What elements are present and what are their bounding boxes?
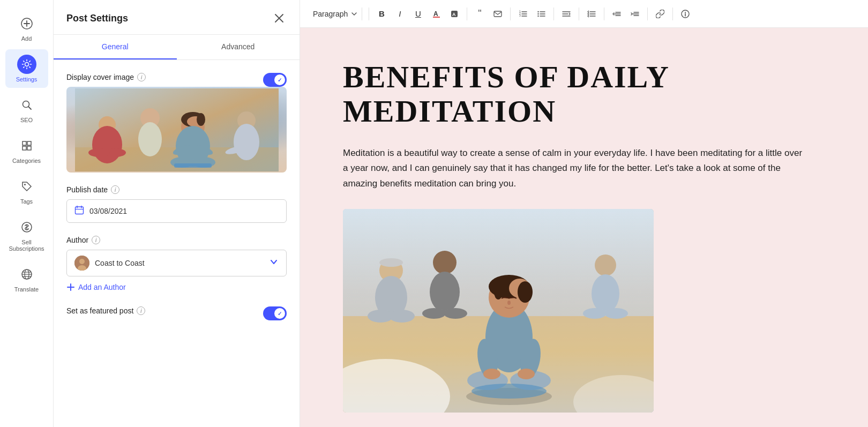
svg-point-96: [472, 384, 547, 399]
publish-date-field: Publish date i 03/08/2021: [66, 185, 287, 223]
gear-icon: [17, 55, 36, 74]
article-body[interactable]: Meditation is a beautiful way to create …: [343, 146, 804, 192]
sidebar-item-tags-label: Tags: [20, 198, 33, 205]
svg-point-90: [592, 274, 619, 313]
display-cover-image-field: Display cover image i ✓: [66, 73, 287, 173]
settings-panel: Post Settings General Advanced Display c…: [54, 0, 300, 427]
indent-increase-button[interactable]: [627, 6, 643, 22]
date-input[interactable]: 03/08/2021: [89, 207, 279, 215]
globe-icon: [17, 265, 36, 284]
main-content: Paragraph B I U A A ": [300, 0, 868, 427]
featured-post-label: Set as featured post i: [66, 306, 145, 315]
sidebar-item-add-label: Add: [21, 35, 32, 42]
featured-toggle-check-icon: ✓: [278, 311, 282, 317]
italic-button[interactable]: I: [392, 6, 408, 22]
cover-image-toggle[interactable]: ✓: [263, 73, 287, 87]
cover-image-svg: [75, 88, 279, 171]
toolbar-divider-6: [604, 8, 604, 20]
cover-image-row: Display cover image i ✓: [66, 73, 287, 87]
svg-text:A: A: [433, 10, 438, 18]
author-name: Coast to Coast: [95, 259, 145, 267]
calendar-icon: [74, 205, 84, 217]
underline-button[interactable]: U: [410, 6, 426, 22]
plus-icon: [17, 14, 36, 33]
svg-point-61: [538, 15, 539, 16]
author-info-icon[interactable]: i: [92, 236, 100, 244]
tab-advanced[interactable]: Advanced: [177, 35, 300, 59]
svg-point-76: [685, 12, 686, 13]
link-button[interactable]: [652, 6, 668, 22]
highlight-button[interactable]: A: [446, 6, 462, 22]
date-input-wrapper[interactable]: 03/08/2021: [66, 199, 287, 223]
svg-point-85: [433, 251, 457, 274]
svg-point-81: [379, 258, 403, 267]
sidebar-item-settings[interactable]: Settings: [5, 49, 48, 88]
svg-point-88: [444, 308, 467, 319]
blockquote-button[interactable]: ": [472, 6, 488, 22]
add-author-button[interactable]: Add an Author: [66, 281, 126, 294]
svg-point-60: [538, 13, 539, 14]
svg-point-103: [494, 284, 503, 299]
sidebar-item-categories-label: Categories: [12, 158, 41, 164]
svg-text:3: 3: [519, 14, 521, 17]
sidebar-item-add[interactable]: Add: [5, 9, 48, 47]
svg-point-41: [79, 259, 85, 264]
featured-post-info-icon[interactable]: i: [137, 306, 145, 315]
svg-line-5: [28, 107, 31, 109]
email-button[interactable]: [490, 6, 506, 22]
svg-point-89: [595, 254, 616, 276]
svg-point-104: [507, 301, 511, 305]
svg-point-86: [430, 272, 460, 312]
line-height-button[interactable]: [583, 6, 600, 22]
sidebar-item-sell-label: Sell Subscriptions: [9, 239, 44, 252]
sidebar-item-tags[interactable]: Tags: [5, 171, 48, 210]
search-icon: [17, 95, 36, 115]
sidebar-item-categories[interactable]: Categories: [5, 131, 48, 169]
editor-toolbar: Paragraph B I U A A ": [300, 0, 868, 28]
close-button[interactable]: [272, 11, 287, 26]
chevron-down-icon: [269, 257, 279, 269]
svg-point-3: [25, 63, 28, 66]
indent-decrease-button[interactable]: [609, 6, 625, 22]
sidebar-item-settings-label: Settings: [16, 76, 38, 83]
svg-point-87: [422, 308, 446, 319]
cover-image-info-icon[interactable]: i: [137, 73, 146, 81]
cover-image-preview[interactable]: [66, 87, 287, 173]
paragraph-label: Paragraph: [313, 10, 348, 18]
tab-general[interactable]: General: [54, 35, 177, 59]
svg-point-108: [518, 369, 535, 379]
paragraph-select[interactable]: Paragraph: [309, 8, 362, 20]
svg-point-102: [518, 281, 533, 303]
publish-date-info-icon[interactable]: i: [111, 185, 119, 194]
author-field: Author i Coast to Coast: [66, 236, 287, 294]
bold-button[interactable]: B: [373, 6, 390, 22]
svg-rect-36: [76, 207, 84, 214]
article-title[interactable]: Benefits of Daily Meditation: [343, 60, 825, 129]
svg-point-59: [538, 11, 539, 12]
svg-rect-32: [174, 163, 212, 168]
font-color-button[interactable]: A: [428, 6, 444, 22]
meditation-scene-svg: [343, 209, 654, 413]
toolbar-divider-1: [369, 8, 369, 20]
sidebar-item-translate[interactable]: Translate: [5, 259, 48, 298]
info-button[interactable]: [677, 6, 693, 22]
sidebar-item-sell[interactable]: Sell Subscriptions: [5, 212, 48, 257]
tabs: General Advanced: [54, 35, 300, 60]
toolbar-divider-8: [672, 8, 673, 20]
svg-point-107: [483, 369, 500, 379]
author-label: Author i: [66, 236, 287, 244]
toggle-check-icon: ✓: [278, 77, 282, 83]
icon-sidebar: Add Settings SEO Categories: [0, 0, 54, 427]
svg-point-22: [138, 122, 162, 156]
cover-image-label: Display cover image i: [66, 73, 146, 81]
tag-icon: [17, 177, 36, 196]
publish-date-label: Publish date i: [66, 185, 287, 194]
align-button[interactable]: [558, 6, 574, 22]
paragraph-chevron-icon: [351, 11, 357, 17]
svg-rect-49: [494, 11, 502, 17]
author-select[interactable]: Coast to Coast: [66, 250, 287, 276]
unordered-list-button[interactable]: [533, 6, 549, 22]
ordered-list-button[interactable]: 1 2 3: [515, 6, 531, 22]
featured-post-toggle[interactable]: ✓: [263, 306, 287, 320]
sidebar-item-seo[interactable]: SEO: [5, 90, 48, 129]
